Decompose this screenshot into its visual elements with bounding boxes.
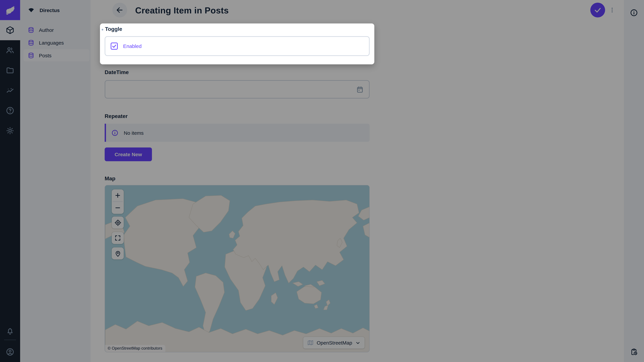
- field-edited-dot: [102, 29, 103, 30]
- toggle-field-label: Toggle: [105, 26, 122, 32]
- checkbox-checked-icon[interactable]: [111, 42, 118, 50]
- toggle-input[interactable]: Enabled: [105, 36, 370, 56]
- toggle-field-spotlight: Toggle Enabled: [100, 23, 374, 64]
- app-window: Directus Author Languages: [0, 0, 644, 362]
- toggle-checkbox-label: Enabled: [123, 43, 142, 49]
